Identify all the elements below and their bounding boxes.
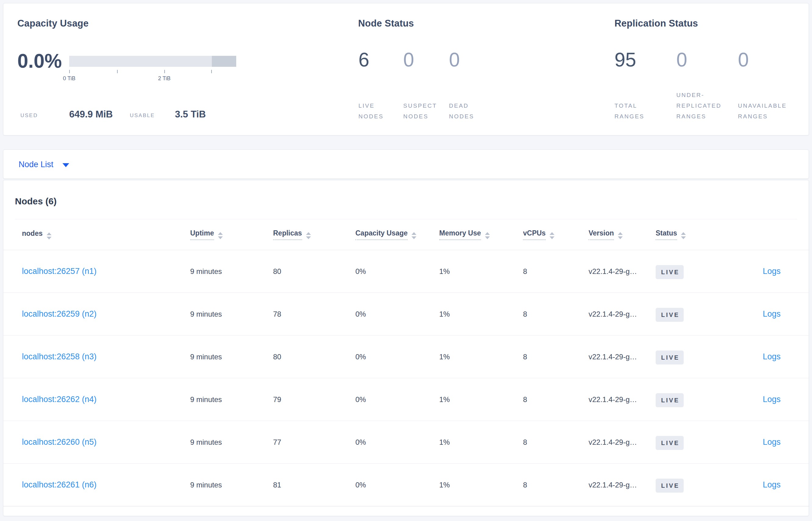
capacity-usage-cell: 0% (355, 336, 366, 378)
capacity-axis-tick (211, 70, 212, 73)
version-cell: v22.1.4-29-g… (589, 463, 637, 506)
memory-use-cell: 1% (439, 421, 450, 463)
capacity-axis-label-2: 2 TiB (146, 75, 183, 82)
node-link[interactable]: localhost:26261 (n6) (22, 480, 97, 489)
memory-use-cell: 1% (439, 378, 450, 421)
node-link[interactable]: localhost:26257 (n1) (22, 267, 97, 276)
unavailable-ranges-stat: 0 UNAVAILABLE RANGES (738, 49, 749, 122)
memory-use-cell: 1% (439, 293, 450, 335)
unavailable-ranges-label: UNAVAILABLE RANGES (738, 100, 787, 122)
logs-cell: Logs (763, 463, 781, 506)
node-link[interactable]: localhost:26259 (n2) (22, 309, 97, 318)
logs-link[interactable]: Logs (763, 395, 781, 404)
live-nodes-count: 6 (358, 49, 369, 70)
vcpus-cell: 8 (523, 336, 527, 378)
column-header-vcpus[interactable]: vCPUs (523, 229, 554, 240)
capacity-usable-value: 3.5 TiB (175, 109, 206, 120)
column-header-capacity-usage[interactable]: Capacity Usage (355, 229, 416, 240)
table-row: localhost:26258 (n3) 9 minutes 80 0% 1% … (3, 336, 809, 378)
sort-icon (411, 232, 416, 239)
node-list-dropdown[interactable]: Node List (19, 150, 69, 179)
nodes-table-title: Nodes (6) (15, 196, 57, 206)
capacity-usage-cell: 0% (355, 463, 366, 506)
vcpus-cell: 8 (523, 378, 527, 421)
logs-link[interactable]: Logs (763, 309, 781, 318)
version-cell: v22.1.4-29-g… (589, 421, 637, 463)
version-cell: v22.1.4-29-g… (589, 293, 637, 335)
capacity-axis-tick (117, 70, 118, 73)
cluster-summary-panel: Capacity Usage 0.0% 0 TiB 2 TiB USED 649… (3, 3, 809, 135)
capacity-usage-bar (69, 56, 236, 67)
replicas-cell: 77 (273, 421, 281, 463)
column-header-status[interactable]: Status (655, 229, 686, 240)
logs-cell: Logs (763, 293, 781, 335)
under-replicated-ranges-count: 0 (676, 49, 687, 70)
logs-link[interactable]: Logs (763, 352, 781, 361)
column-header-nodes[interactable]: nodes (22, 229, 51, 240)
logs-cell: Logs (763, 421, 781, 463)
capacity-usage-cell: 0% (355, 250, 366, 293)
capacity-usage-cell: 0% (355, 293, 366, 335)
capacity-usage-cell: 0% (355, 421, 366, 463)
status-badge: LIVE (655, 350, 684, 364)
suspect-nodes-label: SUSPECT NODES (403, 100, 437, 122)
nodes-table-body: localhost:26257 (n1) 9 minutes 80 0% 1% … (3, 250, 809, 506)
capacity-usable-label: USABLE (130, 113, 155, 119)
chevron-down-icon (63, 163, 69, 167)
uptime-cell: 9 minutes (190, 293, 222, 335)
live-nodes-stat: 6 LIVE NODES (358, 49, 369, 122)
uptime-cell: 9 minutes (190, 463, 222, 506)
column-header-replicas[interactable]: Replicas (273, 229, 311, 240)
logs-cell: Logs (763, 336, 781, 378)
logs-link[interactable]: Logs (763, 437, 781, 447)
node-link[interactable]: localhost:26260 (n5) (22, 437, 97, 447)
live-nodes-label: LIVE NODES (358, 100, 384, 122)
dead-nodes-label: DEAD NODES (449, 100, 474, 122)
logs-link[interactable]: Logs (763, 480, 781, 489)
column-header-version[interactable]: Version (589, 229, 623, 240)
capacity-used-label: USED (20, 113, 38, 119)
nodes-table-header: nodes Uptime Replicas Capacity Usage Mem… (3, 219, 809, 250)
capacity-usage-title: Capacity Usage (17, 18, 89, 29)
sort-icon (47, 232, 51, 240)
replicas-cell: 79 (273, 378, 281, 421)
status-badge: LIVE (655, 436, 684, 450)
status-cell: LIVE (655, 463, 684, 506)
uptime-cell: 9 minutes (190, 336, 222, 378)
vcpus-cell: 8 (523, 463, 527, 506)
logs-link[interactable]: Logs (763, 267, 781, 276)
logs-cell: Logs (763, 378, 781, 421)
column-header-uptime[interactable]: Uptime (190, 229, 223, 240)
node-status-title: Node Status (358, 18, 414, 29)
nodes-table-card: Nodes (6) nodes Uptime Replicas Capacity… (3, 180, 809, 516)
node-name-cell: localhost:26259 (n2) (22, 293, 97, 335)
table-row: localhost:26260 (n5) 9 minutes 77 0% 1% … (3, 421, 809, 463)
total-ranges-count: 95 (615, 49, 636, 70)
status-cell: LIVE (655, 293, 684, 335)
under-replicated-ranges-label: UNDER- REPLICATED RANGES (676, 90, 721, 122)
node-name-cell: localhost:26261 (n6) (22, 463, 97, 506)
replicas-cell: 81 (273, 463, 281, 506)
suspect-nodes-stat: 0 SUSPECT NODES (403, 49, 414, 122)
capacity-axis-tick (164, 70, 165, 73)
column-header-memory-use[interactable]: Memory Use (439, 229, 490, 240)
status-cell: LIVE (655, 250, 684, 293)
node-list-dropdown-label: Node List (19, 160, 53, 169)
dead-nodes-stat: 0 DEAD NODES (449, 49, 460, 122)
node-link[interactable]: localhost:26258 (n3) (22, 352, 97, 361)
replicas-cell: 80 (273, 336, 281, 378)
sort-icon (681, 232, 686, 239)
table-row: localhost:26261 (n6) 9 minutes 81 0% 1% … (3, 463, 809, 506)
version-cell: v22.1.4-29-g… (589, 250, 637, 293)
dead-nodes-count: 0 (449, 49, 460, 70)
node-name-cell: localhost:26258 (n3) (22, 336, 97, 378)
node-link[interactable]: localhost:26262 (n4) (22, 395, 97, 404)
capacity-axis-label-0: 0 TiB (51, 75, 88, 82)
capacity-used-value: 649.9 MiB (69, 109, 113, 120)
node-name-cell: localhost:26262 (n4) (22, 378, 97, 421)
sort-icon (550, 232, 554, 239)
status-badge: LIVE (655, 265, 684, 279)
version-cell: v22.1.4-29-g… (589, 378, 637, 421)
node-name-cell: localhost:26260 (n5) (22, 421, 97, 463)
replicas-cell: 80 (273, 250, 281, 293)
